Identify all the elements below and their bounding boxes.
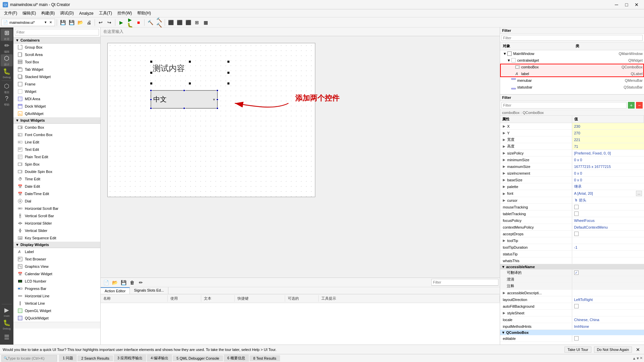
widget-double-spin-box[interactable]: Double Spin Box: [13, 168, 100, 175]
bottom-close[interactable]: ✕: [640, 356, 643, 360]
y-expand[interactable]: ▶: [503, 131, 506, 135]
autofill-checkbox[interactable]: [574, 304, 579, 308]
widget-widget[interactable]: Widget: [13, 88, 100, 95]
toolbar-redo[interactable]: ↪: [105, 18, 113, 26]
prop-value-width[interactable]: 221: [572, 136, 644, 143]
file-selector[interactable]: 📄 mainwindow.ui* ▾ ✕: [1, 19, 55, 26]
widget-qaxwidget[interactable]: Ax QAxWidget: [13, 110, 100, 117]
toolbar-stop[interactable]: ■: [135, 18, 143, 26]
menu-help[interactable]: 帮助(H): [135, 9, 154, 17]
do-not-show-again-button[interactable]: Do Not Show Again: [594, 347, 632, 353]
combo-handle-ml[interactable]: [150, 99, 152, 101]
list-bottom-scrollbar[interactable]: [13, 322, 100, 328]
sidebar-help[interactable]: ? 帮助: [1, 95, 13, 107]
tab-test-results[interactable]: 8 Test Results: [250, 355, 280, 361]
prop-value-x[interactable]: 230: [572, 123, 644, 129]
sidebar-debug[interactable]: 🐛 Debug: [1, 67, 13, 79]
tab-app-output[interactable]: 3 应用程序输出: [114, 355, 146, 362]
handle-bc[interactable]: [189, 82, 191, 84]
widget-progress-bar[interactable]: Progress Bar: [13, 285, 100, 292]
bottom-up-arrow[interactable]: ▲: [632, 356, 636, 360]
tablettracking-checkbox[interactable]: [574, 212, 579, 216]
combo-dropdown-arrow[interactable]: ▾: [213, 97, 215, 102]
prop-value-sizeincrement[interactable]: 0 x 0: [572, 170, 644, 176]
x-expand[interactable]: ▶: [503, 124, 506, 128]
sidebar-welcome[interactable]: ⊞ 欢迎: [1, 29, 13, 41]
prop-value-cursor[interactable]: 🖱 箭头: [572, 197, 644, 203]
category-display-widgets[interactable]: ▼ Display Widgets: [13, 242, 100, 248]
widget-graphics-view[interactable]: Graphics View: [13, 263, 100, 270]
centralwidget-expand[interactable]: ▼: [507, 58, 511, 62]
menu-file[interactable]: 文件(F): [1, 9, 20, 17]
toolbar-run[interactable]: ▶: [117, 18, 125, 26]
prop-value-mousetracking[interactable]: [572, 204, 644, 210]
handle-tl[interactable]: [150, 61, 152, 63]
widget-group-box[interactable]: Group Box: [13, 44, 100, 51]
toolbar-grid[interactable]: ⊞: [193, 18, 201, 26]
prop-value-font[interactable]: A [Arial, 20] …: [572, 190, 644, 197]
prop-value-editable[interactable]: [572, 335, 644, 342]
widget-calendar[interactable]: 📅 Calendar Widget: [13, 270, 100, 278]
prop-add-button[interactable]: +: [628, 102, 635, 109]
action-save[interactable]: 💾: [119, 279, 127, 287]
acceptdrops-checkbox[interactable]: [574, 232, 579, 236]
action-open[interactable]: 📂: [111, 279, 119, 287]
widget-filter-input[interactable]: [15, 29, 99, 36]
prop-value-translatable[interactable]: ✓: [572, 269, 644, 276]
tree-row-mainwindow[interactable]: ▼ MainWindow QMainWindow: [500, 50, 644, 57]
widget-combo-box[interactable]: ▾ Combo Box: [13, 124, 100, 131]
tab-search-results[interactable]: 2 Search Results: [77, 355, 113, 361]
handle-tc[interactable]: [189, 61, 191, 63]
prop-value-autofill[interactable]: [572, 303, 644, 309]
handle-tr[interactable]: [227, 61, 229, 63]
widget-font-combo-box[interactable]: A Font Combo Box: [13, 131, 100, 138]
prop-filter-input[interactable]: [501, 102, 627, 109]
sidebar-design[interactable]: ⬡ 设计: [1, 54, 13, 66]
widget-date-edit[interactable]: 📅 Date Edit: [13, 183, 100, 190]
tab-action-editor[interactable]: Action Editor: [101, 287, 130, 294]
category-containers[interactable]: ▼ Containers: [13, 37, 100, 44]
search-input[interactable]: [8, 356, 55, 360]
prop-section-qcombobox[interactable]: ▼ QComboBox: [500, 330, 644, 335]
sizepolicy-expand[interactable]: ▶: [503, 151, 506, 155]
toolbar-undo[interactable]: ↩: [97, 18, 105, 26]
menu-edit[interactable]: 编辑(E): [20, 9, 39, 17]
toolbar-align-left[interactable]: ⬛: [167, 18, 175, 26]
prop-value-acceptdrops[interactable]: [572, 231, 644, 237]
maximize-button[interactable]: □: [622, 0, 631, 9]
tab-qml-debugger[interactable]: 5 QML Debugger Console: [173, 355, 223, 361]
toolbar-open[interactable]: 📂: [76, 18, 84, 26]
font-edit-btn[interactable]: …: [636, 191, 642, 196]
translatable-checkbox[interactable]: ✓: [574, 270, 579, 275]
widget-h-line[interactable]: Horizontal Line: [13, 292, 100, 300]
tab-issues[interactable]: 1 问题: [59, 355, 77, 362]
prop-value-tooltipduration[interactable]: -1: [572, 244, 644, 250]
widget-text-edit[interactable]: Text Edit: [13, 146, 100, 153]
canvas-label-widget[interactable]: 测试内容: [151, 62, 228, 83]
font-expand[interactable]: ▶: [503, 192, 506, 195]
status-close-button[interactable]: ✕: [635, 346, 641, 353]
widget-tool-box[interactable]: Tool Box: [13, 58, 100, 66]
prop-value-focuspolicy[interactable]: WheelFocus: [572, 217, 644, 224]
widget-mdi-area[interactable]: MDI Area: [13, 95, 100, 103]
tab-summary[interactable]: 6 概要信息: [224, 355, 249, 362]
prop-value-layoutdirection[interactable]: LeftToRight: [572, 296, 644, 303]
widget-label[interactable]: A Label: [13, 248, 100, 255]
cursor-expand[interactable]: ▶: [503, 198, 506, 202]
toolbar-align-center[interactable]: ⬛: [175, 18, 183, 26]
tree-row-menubar[interactable]: menubar QMenuBar: [500, 77, 644, 84]
combo-handle-mr[interactable]: [216, 99, 218, 101]
widget-text-browser[interactable]: AI Text Browser: [13, 255, 100, 263]
basesize-expand[interactable]: ▶: [503, 178, 506, 182]
palette-expand[interactable]: ▶: [503, 185, 506, 188]
toolbar-save[interactable]: 💾: [59, 18, 67, 26]
widget-dial[interactable]: Dial: [13, 197, 100, 205]
accessibledesc-expand[interactable]: ▶: [503, 291, 506, 295]
toolbar-debug-run[interactable]: ▶🐛: [126, 18, 134, 26]
widget-plain-text-edit[interactable]: Plain Text Edit: [13, 153, 100, 161]
inspector-filter-input[interactable]: [501, 35, 643, 41]
prop-remove-button[interactable]: −: [636, 102, 643, 109]
widget-v-slider[interactable]: Vertical Slider: [13, 227, 100, 234]
widget-scroll-area[interactable]: Scroll Area: [13, 51, 100, 58]
prop-value-inputmethodhints[interactable]: ImhNone: [572, 323, 644, 329]
